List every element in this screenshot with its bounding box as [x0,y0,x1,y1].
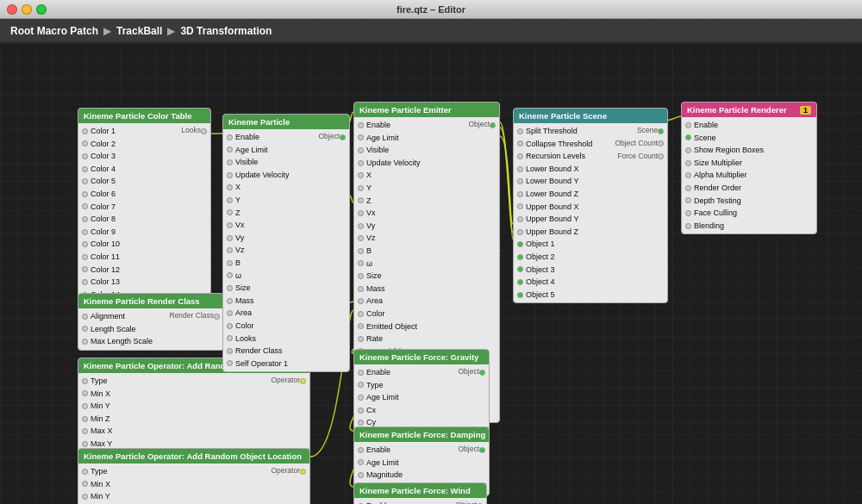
port-em-out[interactable] [490,122,496,128]
port-ren-blend[interactable] [685,223,691,229]
breadcrumb-3d[interactable]: 3D Transformation [180,25,272,37]
port-sc-obj1[interactable] [517,241,523,247]
port-opl-type[interactable] [82,469,88,475]
port-fd-enable[interactable] [358,447,364,453]
port-fd-age[interactable] [358,459,364,465]
port-color13-in[interactable] [82,279,88,285]
port-kp-vy[interactable] [227,235,233,241]
port-ren-face[interactable] [685,210,691,216]
node-renderer[interactable]: Kineme Particle Renderer 1 Enable Scene … [681,102,817,234]
node-canvas[interactable]: Kineme Particle Color Table Color 1Looks… [0,43,862,504]
port-fg-out[interactable] [479,370,485,376]
port-em-size[interactable] [358,273,364,279]
node-color-table[interactable]: Kineme Particle Color Table Color 1Looks… [78,108,211,303]
port-em-rate[interactable] [358,336,364,342]
maximize-button[interactable] [36,4,47,15]
port-fg-age[interactable] [358,395,364,401]
port-sc-obj4[interactable] [517,279,523,285]
port-sc-recur[interactable] [517,153,523,159]
minimize-button[interactable] [22,4,32,15]
port-kp-z[interactable] [227,209,233,215]
port-em-mass[interactable] [358,286,364,292]
port-kp-updvel[interactable] [227,172,233,178]
port-length-in[interactable] [82,326,88,332]
port-sc-lbx[interactable] [517,166,523,172]
port-kp-visible[interactable] [227,159,233,165]
port-em-z[interactable] [358,197,364,203]
port-ren-renderorder[interactable] [685,185,691,191]
port-fd-mag[interactable] [358,472,364,478]
port-color9-in[interactable] [82,229,88,235]
port-opv-miny[interactable] [82,403,88,409]
port-kp-omega[interactable] [227,272,233,278]
port-opl-miny[interactable] [82,494,88,500]
port-kp-color[interactable] [227,323,233,329]
port-opl-out[interactable] [300,469,306,475]
port-ren-alphamult[interactable] [685,172,691,178]
port-em-y[interactable] [358,185,364,191]
port-ren-depth[interactable] [685,197,691,203]
port-ren-enable[interactable] [685,122,691,128]
port-kp-enable[interactable] [227,134,233,140]
port-sc-objcount[interactable] [658,140,664,146]
port-kp-vx[interactable] [227,222,233,228]
port-kp-looks[interactable] [227,335,233,341]
port-opv-minz[interactable] [82,416,88,422]
port-opv-out[interactable] [300,378,306,384]
port-sc-collapse[interactable] [517,140,523,146]
port-em-vy[interactable] [358,223,364,229]
port-kp-out[interactable] [340,134,346,140]
port-opv-minx[interactable] [82,390,88,396]
port-sc-obj3[interactable] [517,266,523,272]
port-color2-in[interactable] [82,140,88,146]
port-em-vis[interactable] [358,147,364,153]
port-kp-size[interactable] [227,285,233,291]
port-color7-in[interactable] [82,203,88,209]
port-em-omega[interactable] [358,260,364,266]
port-sc-ubx[interactable] [517,203,523,209]
port-ren-scene[interactable] [685,134,691,140]
port-kp-selfop1[interactable] [227,360,233,366]
port-fd-out[interactable] [479,447,485,453]
port-em-area[interactable] [358,298,364,304]
port-em-x[interactable] [358,172,364,178]
port-em-b[interactable] [358,248,364,254]
port-em-color[interactable] [358,311,364,317]
port-em-updvel[interactable] [358,160,364,166]
port-color12-in[interactable] [82,266,88,272]
port-kp-agelimit[interactable] [227,146,233,152]
node-scene[interactable]: Kineme Particle Scene Split ThresholdSce… [513,108,668,303]
breadcrumb-trackball[interactable]: TrackBall [116,25,162,37]
port-color8-in[interactable] [82,216,88,222]
port-color1-in[interactable] [82,128,88,134]
port-em-enable[interactable] [358,122,364,128]
port-color1-out[interactable] [201,128,207,134]
port-kp-renderclass[interactable] [227,348,233,354]
node-kineme-particle[interactable]: Kineme Particle EnableObject Age Limit V… [222,114,350,372]
port-em-vz[interactable] [358,235,364,241]
port-fg-cy[interactable] [358,420,364,426]
port-kp-x[interactable] [227,184,233,190]
port-sc-forcecount[interactable] [658,153,664,159]
port-sc-obj5[interactable] [517,292,523,298]
port-opl-minx[interactable] [82,481,88,487]
port-color3-in[interactable] [82,153,88,159]
node-render-class[interactable]: Kineme Particle Render Class AlignmentRe… [78,293,224,351]
port-sc-uby[interactable] [517,216,523,222]
port-color5-in[interactable] [82,178,88,184]
port-color6-in[interactable] [82,191,88,197]
port-opv-maxy[interactable] [82,441,88,447]
port-sc-obj2[interactable] [517,254,523,260]
port-sc-scene-out[interactable] [658,128,664,134]
port-fg-cx[interactable] [358,408,364,414]
port-maxlength-in[interactable] [82,339,88,345]
port-kp-vz[interactable] [227,247,233,253]
node-force-wind[interactable]: Kineme Particle Force: Wind EnableObject… [353,482,487,504]
node-operator-location[interactable]: Kineme Particle Operator: Add Random Obj… [78,448,310,504]
port-opv-maxx[interactable] [82,428,88,434]
port-sc-ubz[interactable] [517,229,523,235]
port-color10-in[interactable] [82,241,88,247]
port-fg-type[interactable] [358,382,364,388]
port-kp-y[interactable] [227,197,233,203]
port-em-emitted[interactable] [358,323,364,329]
